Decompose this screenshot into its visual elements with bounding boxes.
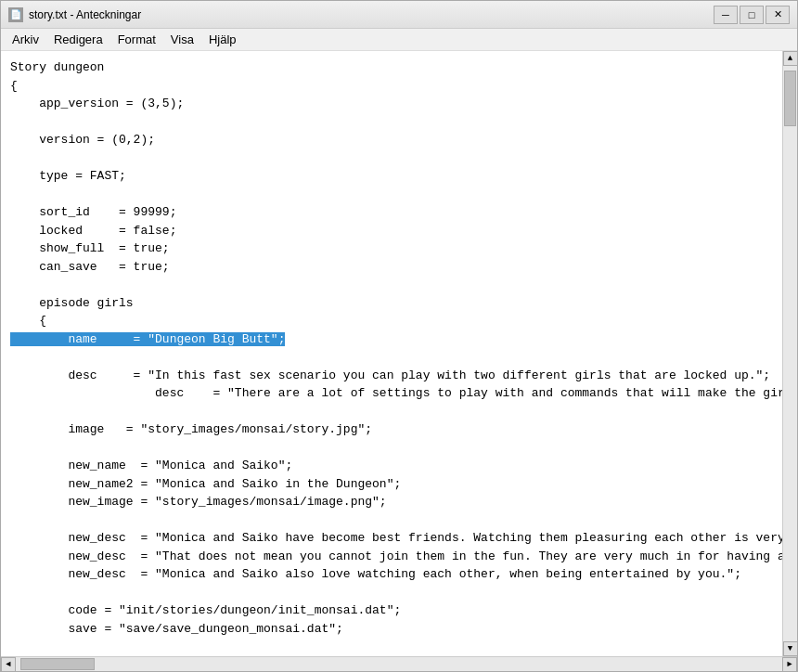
text-line: new_desc = "That does not mean you canno… xyxy=(10,549,782,563)
scroll-down-button[interactable]: ▼ xyxy=(783,641,798,656)
main-window: 📄 story.txt - Anteckningar ─ □ ✕ Arkiv R… xyxy=(0,0,798,672)
maximize-button[interactable]: □ xyxy=(740,6,764,24)
scroll-thumb-v[interactable] xyxy=(784,71,796,126)
text-line: new_name = "Monica and Saiko"; xyxy=(10,459,292,472)
scroll-thumb-h[interactable] xyxy=(20,658,95,670)
text-line: new_name2 = "Monica and Saiko in the Dun… xyxy=(10,477,401,491)
text-line: save = "save/save_dungeon_monsai.dat"; xyxy=(10,622,343,636)
text-line: new_desc = "Monica and Saiko have become… xyxy=(10,531,782,545)
text-line: version = (0,2); xyxy=(10,133,155,147)
text-line: image = "story_images/monsai/story.jpg"; xyxy=(10,422,372,436)
text-line: desc = "There are a lot of settings to p… xyxy=(10,386,782,400)
text-line: show_full = true; xyxy=(10,241,170,255)
text-line: code = "init/stories/dungeon/init_monsai… xyxy=(10,603,401,617)
text-line: new_desc = "Monica and Saiko also love w… xyxy=(10,567,741,581)
menu-hjälp[interactable]: Hjälp xyxy=(201,31,244,48)
scroll-track-v[interactable] xyxy=(783,66,797,641)
text-line: can_save = true; xyxy=(10,260,170,274)
text-line: type = FAST; xyxy=(10,169,126,183)
title-bar: 📄 story.txt - Anteckningar ─ □ ✕ xyxy=(1,1,797,29)
scroll-right-button[interactable]: ► xyxy=(782,657,797,672)
menu-arkiv[interactable]: Arkiv xyxy=(5,31,46,48)
editor-area: Story dungeon { app_version = (3,5); ver… xyxy=(1,51,797,656)
window-icon: 📄 xyxy=(8,7,23,22)
scroll-track-h[interactable] xyxy=(16,657,782,671)
menu-redigera[interactable]: Redigera xyxy=(46,31,110,48)
close-button[interactable]: ✕ xyxy=(766,6,790,24)
text-line: desc = "In this fast sex scenario you ca… xyxy=(10,368,770,382)
scroll-left-button[interactable]: ◄ xyxy=(1,657,16,672)
text-line: { xyxy=(10,79,18,93)
menu-visa[interactable]: Visa xyxy=(163,31,201,48)
vertical-scrollbar[interactable]: ▲ ▼ xyxy=(782,51,797,656)
menu-format[interactable]: Format xyxy=(110,31,163,48)
text-line: new_image = "story_images/monsai/image.p… xyxy=(10,495,387,509)
text-line: app_version = (3,5); xyxy=(10,97,184,110)
text-line: { xyxy=(10,314,46,328)
highlighted-line: name = "Dungeon Big Butt"; xyxy=(10,332,285,346)
text-line: Story dungeon xyxy=(10,60,104,74)
scroll-up-button[interactable]: ▲ xyxy=(783,51,798,66)
text-editor[interactable]: Story dungeon { app_version = (3,5); ver… xyxy=(1,51,782,656)
text-line: sort_id = 99999; xyxy=(10,205,176,219)
text-line: episode girls xyxy=(10,296,134,310)
minimize-button[interactable]: ─ xyxy=(714,6,738,24)
text-line: locked = false; xyxy=(10,224,176,238)
window-title: story.txt - Anteckningar xyxy=(29,8,714,21)
horizontal-scrollbar-container: ◄ ► xyxy=(1,656,797,671)
menu-bar: Arkiv Redigera Format Visa Hjälp xyxy=(1,29,797,51)
window-controls: ─ □ ✕ xyxy=(714,6,790,24)
